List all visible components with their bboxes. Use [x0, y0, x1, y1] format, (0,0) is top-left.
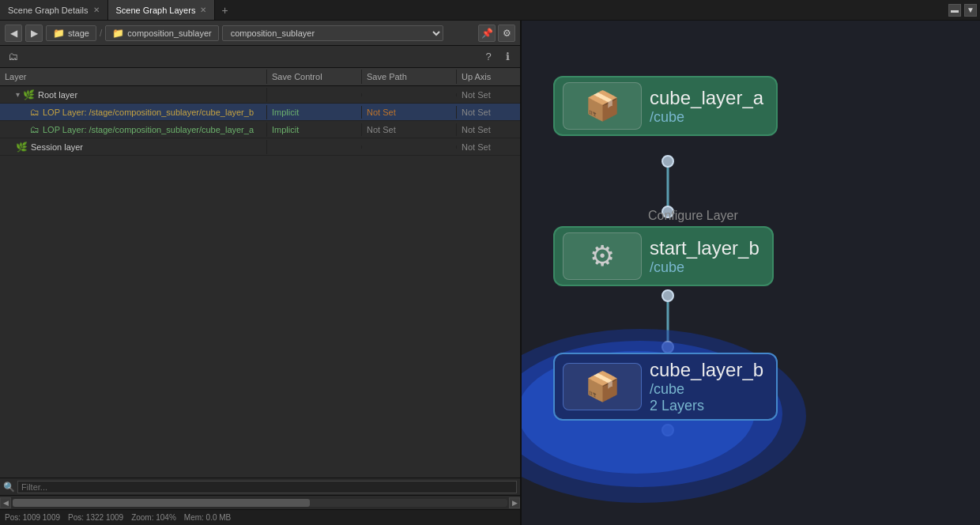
help-icon: ? [485, 51, 491, 62]
row-up-axis: Not Set [457, 141, 520, 153]
add-tab-button[interactable]: + [215, 4, 234, 17]
col-save-control: Save Control [267, 70, 362, 84]
status-pos2: Pos: 1322 1009 [68, 513, 123, 522]
stage-folder-icon: 📁 [53, 28, 65, 39]
info-icon: ℹ [506, 51, 510, 62]
node-a-text: cube_layer_a /cube [650, 87, 763, 126]
node-a-icon-box: 📦 [563, 82, 642, 130]
node-a-label: cube_layer_a [650, 87, 763, 109]
row-save-control [267, 93, 362, 96]
table-row[interactable]: 🗂 LOP Layer: /stage/composition_sublayer… [0, 121, 520, 138]
row-layer-name: Root layer [38, 90, 77, 100]
filter-input[interactable] [17, 481, 517, 493]
sublayer-folder-icon: 📁 [112, 28, 124, 39]
row-layer-cell: ▾ 🌿 Root layer [0, 88, 267, 102]
forward-button[interactable]: ▶ [25, 25, 43, 42]
node-start-layer-b[interactable]: Configure Layer ⚙ start_layer_b /cube [553, 209, 774, 286]
tab-bar: Scene Graph Details ✕ Scene Graph Layers… [0, 0, 980, 21]
right-canvas[interactable]: 📦 cube_layer_a /cube Configure Layer ⚙ s… [522, 21, 980, 525]
node-c-label: cube_layer_b [650, 359, 763, 381]
scroll-left-button[interactable]: ◀ [0, 497, 11, 508]
row-save-path: Not Set [362, 106, 457, 119]
lop-layer-icon: 🗂 [30, 107, 40, 118]
tab-graph-layers-label: Scene Graph Layers [116, 6, 196, 15]
breadcrumb-sublayer[interactable]: 📁 composition_sublayer [105, 25, 218, 41]
bottom-scrollbar: ◀ ▶ [0, 495, 520, 509]
main-layout: ◀ ▶ 📁 stage / 📁 composition_sublayer com… [0, 21, 980, 525]
back-button[interactable]: ◀ [5, 25, 22, 42]
row-save-control [267, 145, 362, 149]
layer-tree-icon: 🌿 [23, 89, 35, 100]
table-row[interactable]: ▾ 🌿 Root layer Not Set [0, 86, 520, 104]
graph-area: 📦 cube_layer_a /cube Configure Layer ⚙ s… [522, 21, 980, 525]
tab-bar-controls: ▬ ▼ [948, 4, 980, 17]
node-c-sublabel: /cube [650, 381, 763, 398]
help-button[interactable]: ? [481, 49, 496, 65]
node-b-meta: Configure Layer [648, 209, 774, 223]
row-save-control: Implicit [267, 106, 362, 119]
node-b-text: start_layer_b /cube [650, 237, 760, 276]
svg-point-1 [662, 156, 673, 167]
row-save-path: Not Set [362, 123, 457, 136]
scroll-right-button[interactable]: ▶ [509, 497, 520, 508]
tab-graph-details-close[interactable]: ✕ [93, 6, 100, 14]
status-bar: Pos: 1009 1009 Pos: 1322 1009 Zoom: 104%… [0, 509, 520, 525]
tab-graph-layers[interactable]: Scene Graph Layers ✕ [108, 0, 216, 20]
tab-menu-button[interactable]: ▼ [964, 4, 977, 17]
breadcrumb: 📁 stage / 📁 composition_sublayer composi… [46, 25, 472, 41]
expand-arrow-icon: ▾ [16, 90, 20, 99]
status-zoom: Zoom: 104% [131, 513, 176, 522]
back-icon: ◀ [10, 28, 17, 39]
status-pos1: Pos: 1009 1009 [5, 513, 60, 522]
icon-toolbar: 🗂 ? ℹ [0, 46, 520, 68]
scrollbar-track[interactable] [13, 499, 507, 507]
node-c-meta: 2 Layers [650, 398, 763, 414]
node-a-sublabel: /cube [650, 109, 763, 126]
settings-icon: ⚙ [503, 28, 511, 39]
filter-bar: 🔍 [0, 478, 520, 495]
node-cube-layer-a[interactable]: 📦 cube_layer_a /cube [553, 76, 778, 136]
table-header: Layer Save Control Save Path Up Axis [0, 68, 520, 86]
left-panel: ◀ ▶ 📁 stage / 📁 composition_sublayer com… [0, 21, 522, 525]
tab-minimize-button[interactable]: ▬ [948, 4, 961, 17]
row-save-path [362, 145, 457, 149]
pin-icon: 📌 [481, 28, 493, 39]
forward-icon: ▶ [31, 28, 38, 39]
col-save-path: Save Path [362, 70, 457, 84]
pin-button[interactable]: 📌 [478, 25, 496, 42]
session-layer-icon: 🌿 [16, 142, 28, 153]
node-b-label: start_layer_b [650, 237, 760, 259]
table-body: ▾ 🌿 Root layer Not Set 🗂 LOP Layer: /sta… [0, 86, 520, 478]
breadcrumb-dropdown[interactable]: composition_sublayer [222, 25, 443, 41]
node-b-icon-box: ⚙ [563, 232, 642, 280]
tab-graph-layers-close[interactable]: ✕ [200, 6, 206, 14]
tab-graph-details-label: Scene Graph Details [8, 6, 89, 15]
row-layer-cell: 🗂 LOP Layer: /stage/composition_sublayer… [0, 123, 267, 137]
row-layer-cell: 🌿 Session layer [0, 140, 267, 154]
node-c-icon-box: 📦 [563, 363, 642, 410]
breadcrumb-stage[interactable]: 📁 stage [46, 25, 96, 41]
scrollbar-thumb [13, 499, 310, 507]
row-up-axis: Not Set [457, 123, 520, 136]
row-layer-name: LOP Layer: /stage/composition_sublayer/c… [43, 108, 254, 117]
svg-point-4 [662, 290, 673, 301]
settings-button[interactable]: ⚙ [498, 25, 515, 42]
node-cube-layer-b[interactable]: 📦 cube_layer_b /cube 2 Layers [553, 353, 778, 421]
lop-layer-icon: 🗂 [30, 124, 40, 135]
row-save-path [362, 93, 457, 96]
table-row[interactable]: 🌿 Session layer Not Set [0, 138, 520, 156]
layer-icon-btn[interactable]: 🗂 [5, 49, 21, 65]
info-button[interactable]: ℹ [499, 49, 515, 65]
col-up-axis: Up Axis [457, 70, 520, 84]
filter-icon: 🔍 [3, 482, 15, 493]
row-layer-name: LOP Layer: /stage/composition_sublayer/c… [43, 125, 254, 134]
breadcrumb-separator: / [100, 28, 102, 39]
table-row[interactable]: 🗂 LOP Layer: /stage/composition_sublayer… [0, 104, 520, 121]
tab-graph-details[interactable]: Scene Graph Details ✕ [0, 0, 108, 20]
node-b-sublabel: /cube [650, 259, 760, 276]
row-save-control: Implicit [267, 123, 362, 136]
row-up-axis: Not Set [457, 89, 520, 101]
layer-icon: 🗂 [8, 51, 18, 62]
status-mem: Mem: 0.0 MB [184, 513, 231, 522]
breadcrumb-sublayer-label: composition_sublayer [127, 28, 211, 38]
